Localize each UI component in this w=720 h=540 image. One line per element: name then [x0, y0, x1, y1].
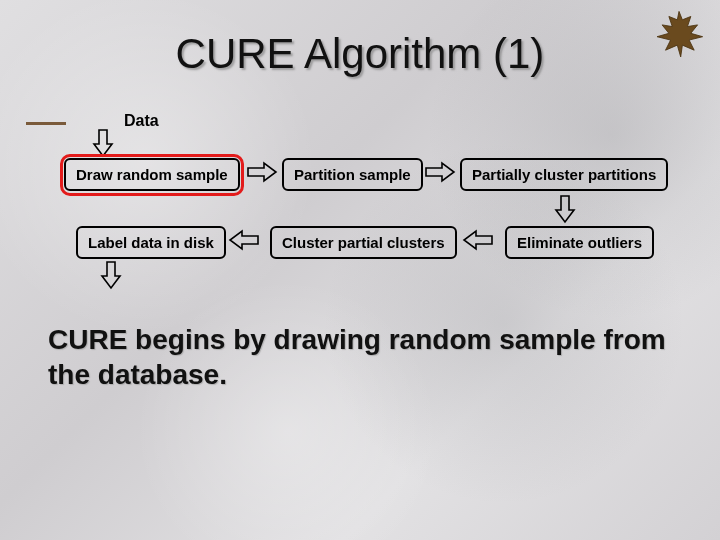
flow-box-partition-sample: Partition sample — [282, 158, 423, 191]
flow-box-cluster-partial: Cluster partial clusters — [270, 226, 457, 259]
arrow-left-icon — [228, 228, 260, 252]
slide-body-text: CURE begins by drawing random sample fro… — [48, 322, 672, 392]
arrow-down-icon — [100, 260, 122, 290]
arrow-down-icon — [92, 128, 114, 158]
arrow-right-icon — [424, 160, 456, 184]
flow-box-partially-cluster: Partially cluster partitions — [460, 158, 668, 191]
slide-title: CURE Algorithm (1) — [0, 30, 720, 78]
flow-box-eliminate-outliers: Eliminate outliers — [505, 226, 654, 259]
arrow-right-icon — [246, 160, 278, 184]
arrow-down-icon — [554, 194, 576, 224]
title-accent-line — [26, 122, 66, 125]
flow-box-label-data: Label data in disk — [76, 226, 226, 259]
flow-label-data: Data — [124, 112, 159, 130]
flow-box-draw-random-sample: Draw random sample — [64, 158, 240, 191]
arrow-left-icon — [462, 228, 494, 252]
